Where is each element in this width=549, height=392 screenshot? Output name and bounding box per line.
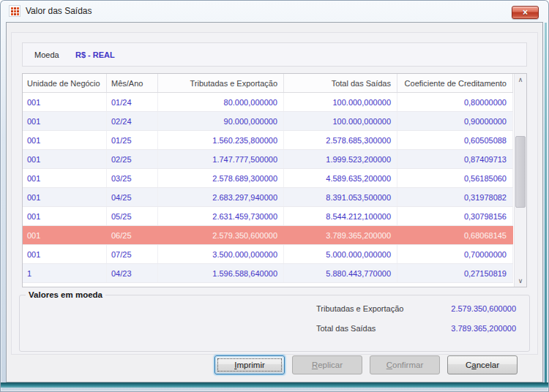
table-row[interactable]: 00102/2490.000,000000100.000,0000000,900… [23,112,513,131]
scroll-down-button[interactable]: ∨ [515,275,526,287]
button-mnemonic: R [312,361,318,369]
summary-value: 2.579.350,600000 [451,304,516,313]
summary-label: Total das Saídas [316,324,376,333]
close-button[interactable]: × [512,6,539,19]
table-cell: 02/25 [107,150,158,168]
table-body: 00101/2480.000,000000100.000,0000000,800… [23,93,526,283]
table-cell: 1.596.588,640000 [158,264,284,282]
table-cell: 001 [23,150,107,168]
moeda-value: R$ - REAL [75,50,115,59]
table-cell: 0,90000000 [397,112,513,130]
table-row[interactable]: 00101/251.560.235,8000002.578.685,300000… [23,131,513,150]
summary-legend: Valores em moeda [26,290,105,299]
table-cell: 04/23 [107,264,158,282]
table-row[interactable]: 00106/252.579.350,6000003.789.365,200000… [23,226,513,245]
table-cell: 07/25 [107,245,158,263]
table-cell: 80.000,000000 [158,93,284,111]
scrollbar-thumb[interactable] [515,136,526,208]
table-cell: 001 [23,169,107,187]
table-cell: 100.000,000000 [284,93,397,111]
table-cell: 001 [23,226,107,244]
table-cell: 0,68068145 [397,226,513,244]
table-cell: 01/24 [107,93,158,111]
table-cell: 0,87409713 [397,150,513,168]
table-cell: 0,30798156 [397,207,513,225]
table-cell: 1.999.523,200000 [284,150,397,168]
summary-label: Tributadas e Exportação [316,304,403,313]
table-cell: 001 [23,93,107,111]
table-cell: 1.747.777,500000 [158,150,284,168]
button-label: mprimir [236,361,264,369]
table-cell: 0,60505088 [397,131,513,149]
table-cell: 8.544.212,100000 [284,207,397,225]
table-cell: 03/25 [107,169,158,187]
table-cell: 2.578.689,300000 [158,169,284,187]
title-bar: Valor das Saídas [0,0,549,22]
column-header-coeficiente[interactable]: Coeficiente de Creditamento [397,74,513,92]
replicar-button[interactable]: Replicar [292,355,362,374]
table-row[interactable]: 00104/252.683.297,9400008.391.053,500000… [23,188,513,207]
table-cell: 001 [23,112,107,130]
summary-groupbox: Valores em moeda Tributadas e Exportação… [19,290,530,352]
button-mnemonic: C [386,361,392,369]
button-label: eplicar [318,361,343,369]
button-label: ncelar [477,361,499,369]
table-cell: 02/24 [107,112,158,130]
summary-item-total: Total das Saídas 3.789.365,200000 [316,324,516,333]
main-panel: Moeda R$ - REAL Unidade de Negócio Mês/A… [11,32,538,355]
button-label: onfirmar [392,361,423,369]
table-cell: 2.578.685,300000 [284,131,397,149]
table-cell: 100.000,000000 [284,112,397,130]
table-cell: 2.683.297,940000 [158,188,284,206]
column-header-total[interactable]: Total das Saídas [284,74,397,92]
summary-item-tributadas: Tributadas e Exportação 2.579.350,600000 [316,304,516,313]
table-cell: 04/25 [107,188,158,206]
table-cell: 2.631.459,730000 [158,207,284,225]
cancelar-button[interactable]: Cancelar [447,355,518,374]
window-frame-bottom-accent [1,382,548,388]
data-grid: Unidade de Negócio Mês/Ano Tributadas e … [22,73,527,287]
confirmar-button[interactable]: Confirmar [370,355,440,374]
table-row[interactable]: 00103/252.578.689,3000004.589.635,200000… [23,169,513,188]
table-cell: 06/25 [107,226,158,244]
table-cell: 1 [23,264,107,282]
table-cell: 1.560.235,800000 [158,131,284,149]
table-header-row: Unidade de Negócio Mês/Ano Tributadas e … [23,74,513,93]
table-cell: 001 [23,245,107,263]
scroll-up-button[interactable]: ∧ [515,74,526,86]
table-cell: 3.789.365,200000 [284,226,397,244]
table-cell: 01/25 [107,131,158,149]
table-cell: 001 [23,188,107,206]
column-header-tributadas[interactable]: Tributadas e Exportação [158,74,284,92]
table-cell: 4.589.635,200000 [284,169,397,187]
table-cell: 5.880.443,770000 [284,264,397,282]
window-frame-right-accent [545,23,547,382]
moeda-label: Moeda [34,50,75,59]
chevron-down-icon: ∨ [518,278,523,284]
table-cell: 3.500.000,000000 [158,245,284,263]
table-cell: 0,80000000 [397,93,513,111]
button-row: Imprimir Replicar Confirmar Cancelar [214,355,518,374]
imprimir-button[interactable]: Imprimir [214,355,285,374]
column-header-mes-ano[interactable]: Mês/Ano [107,74,158,92]
table-row[interactable]: 00107/253.500.000,0000005.000.000,000000… [23,245,513,264]
chevron-up-icon: ∧ [518,77,523,83]
table-row[interactable]: 00105/252.631.459,7300008.544.212,100000… [23,207,513,226]
dialog-window: Valor das Saídas × Moeda R$ - REAL Unida… [0,0,549,392]
table-cell: 90.000,000000 [158,112,284,130]
app-icon [9,5,20,17]
window-title: Valor das Saídas [26,6,92,16]
dialog-body: Moeda R$ - REAL Unidade de Negócio Mês/A… [6,22,543,382]
table-cell: 2.579.350,600000 [158,226,284,244]
table-cell: 5.000.000,000000 [284,245,397,263]
table-cell: 0,31978082 [397,188,513,206]
table-row[interactable]: 104/231.596.588,6400005.880.443,7700000,… [23,264,513,283]
table-cell: 0,27150819 [397,264,513,282]
vertical-scrollbar[interactable]: ∧ ∨ [514,74,526,287]
table-row[interactable]: 00101/2480.000,000000100.000,0000000,800… [23,93,513,112]
column-header-unidade[interactable]: Unidade de Negócio [23,74,107,92]
table-cell: 001 [23,207,107,225]
table-cell: 0,56185060 [397,169,513,187]
close-icon: × [523,7,528,18]
table-row[interactable]: 00102/251.747.777,5000001.999.523,200000… [23,150,513,169]
